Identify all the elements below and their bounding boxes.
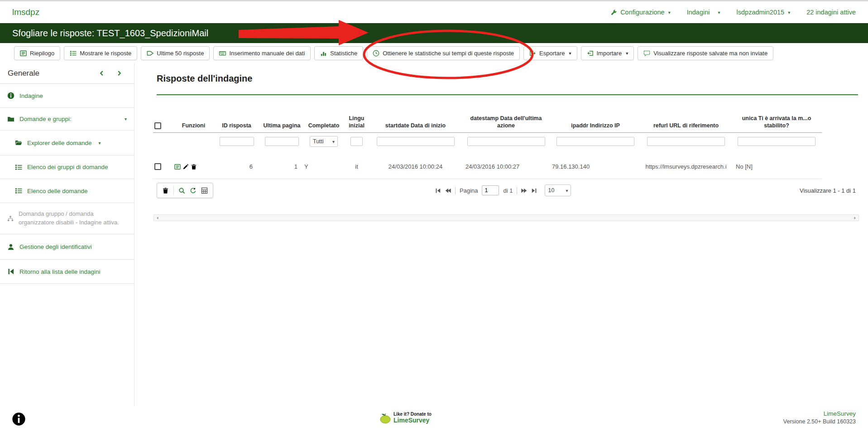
sidebar-item-elenco-gruppi[interactable]: Elenco dei gruppi di domande — [0, 155, 134, 179]
row-cell-funzioni — [174, 150, 213, 179]
sidebar-item-ritorno-lista[interactable]: Ritorno alla lista delle indagini — [0, 260, 134, 284]
header-cell-datestamp[interactable]: datestamp Data dell'ultima azione — [462, 108, 550, 133]
version-build-label: Versione 2.50+ Build 160323 — [783, 418, 856, 425]
delete-trash-icon[interactable] — [191, 164, 197, 170]
filter-refurl-input[interactable] — [647, 137, 725, 146]
risposte-salvate-button[interactable]: Visualizzare risposte salvate ma non inv… — [638, 46, 773, 60]
header-cell-ipaddr[interactable]: ipaddr Indirizzo IP — [550, 108, 641, 133]
header-cell-ultima-pagina[interactable]: Ultima pagina — [260, 108, 303, 133]
title-divider — [157, 94, 858, 95]
statistiche-tempi-button[interactable]: Ottienere le statistiche sui tempi di qu… — [367, 46, 520, 60]
summary-list-alt-icon — [20, 50, 27, 57]
filter-startdate-input[interactable] — [377, 137, 455, 146]
sidebar-item-explorer-domande[interactable]: Explorer delle domande ▾ — [0, 131, 134, 155]
esportare-button[interactable]: Esportare ▾ — [523, 46, 577, 60]
mostrare-risposte-button[interactable]: Mostrare le risposte — [64, 46, 137, 60]
tag-icon — [147, 50, 153, 57]
filter-completato-select[interactable]: Tutti ▾ — [310, 136, 338, 147]
column-header-label: ID risposta — [222, 122, 251, 129]
caret-down-icon: ▾ — [626, 51, 628, 56]
riepilogo-button[interactable]: Riepilogo — [14, 46, 60, 60]
row-ultima-value: 1 — [294, 163, 297, 170]
chevron-left-icon[interactable] — [98, 70, 105, 77]
refresh-icon[interactable] — [190, 187, 197, 194]
menu-configurazione[interactable]: Configurazione ▾ — [611, 9, 671, 16]
row-cell-lingua: it — [344, 150, 369, 179]
active-surveys-link[interactable]: 22 indagini attive — [806, 9, 856, 16]
import-icon — [587, 50, 594, 57]
header-cell-id[interactable]: ID risposta — [213, 108, 260, 133]
row-id-value: 6 — [249, 163, 253, 170]
survey-title-bar: Sfogliare le risposte: TEST_1603_Spedizi… — [0, 23, 868, 43]
header-cell-completato[interactable]: Completato — [303, 108, 344, 133]
filter-lingua-input[interactable] — [350, 137, 363, 146]
sidebar-item-label: Gestione degli identificativi — [19, 243, 92, 250]
filter-ipaddr-input[interactable] — [556, 137, 634, 146]
row-cell-ultima: 1 — [260, 150, 303, 179]
column-header-label: refurl URL di riferimento — [653, 122, 719, 129]
sidebar-item-domande-gruppi[interactable]: Domande e gruppi: ▾ — [0, 108, 134, 131]
search-icon[interactable] — [178, 187, 185, 194]
filter-unica-input[interactable] — [738, 137, 815, 146]
ultime-50-button[interactable]: Ultime 50 risposte — [141, 46, 210, 60]
importare-label: Importare — [597, 50, 622, 57]
grid-columns-icon[interactable] — [201, 187, 208, 194]
select-all-checkbox[interactable] — [154, 122, 161, 129]
comment-icon — [643, 50, 650, 57]
column-header-label: Ultima pagina — [264, 122, 301, 129]
rows-per-page-select[interactable]: 10 ▾ — [545, 184, 571, 196]
header-cell-lingua[interactable]: Lingu inizial — [344, 108, 369, 133]
row-unica-value: No [N] — [736, 163, 753, 170]
row-checkbox[interactable] — [154, 163, 161, 170]
first-page-icon[interactable] — [435, 188, 441, 194]
header-cell-funzioni[interactable]: Funzioni — [174, 108, 213, 133]
edit-pencil-icon[interactable] — [182, 164, 189, 170]
menu-indagini[interactable]: Indagini ▾ — [687, 9, 720, 16]
limesurvey-brand-link[interactable]: LimeSurvey — [783, 410, 856, 417]
filter-cell-datestamp — [462, 133, 550, 150]
statistiche-button[interactable]: Statistiche — [314, 46, 363, 60]
sidebar-item-indagine[interactable]: Indagine — [0, 84, 134, 108]
folder-open-icon — [15, 139, 22, 146]
next-page-icon[interactable] — [521, 188, 527, 194]
column-header-label: Lingu inizial — [344, 115, 369, 130]
row-cell-datestamp: 24/03/2016 10:00:27 — [462, 150, 550, 179]
previous-page-icon[interactable] — [445, 188, 451, 194]
filter-ultima-pagina-input[interactable] — [265, 137, 299, 146]
filter-cell-id — [213, 133, 260, 150]
info-bubble-icon[interactable] — [12, 412, 26, 426]
response-toolbar: Riepilogo Mostrare le risposte Ultime 50… — [0, 43, 868, 63]
user-icon — [7, 243, 14, 251]
sidebar-item-gestione-identificativi[interactable]: Gestione degli identificativi — [0, 234, 134, 260]
page-number-input[interactable] — [482, 185, 499, 195]
importare-button[interactable]: Importare ▾ — [581, 46, 634, 60]
last-page-icon[interactable] — [531, 188, 537, 194]
delete-selected-trash-icon[interactable] — [162, 187, 169, 194]
responses-table: Funzioni ID risposta Ultima pagina Compl… — [153, 108, 822, 179]
caret-down-icon: ▾ — [125, 116, 127, 121]
header-cell-refurl[interactable]: refurl URL di riferimento — [641, 108, 731, 133]
view-response-icon[interactable] — [174, 164, 181, 170]
filter-datestamp-input[interactable] — [467, 137, 545, 146]
menu-user[interactable]: lsdpzadmin2015 ▾ — [737, 9, 791, 16]
donate-link[interactable]: Like it? Donate to LimeSurvey — [379, 412, 432, 424]
app-logo[interactable]: lmsdpz — [12, 7, 39, 17]
row-completato-value: Y — [304, 163, 308, 170]
scroll-right-icon[interactable] — [853, 216, 857, 220]
header-cell-startdate[interactable]: startdate Data di inizio — [369, 108, 462, 133]
row-cell-startdate: 24/03/2016 10:00:24 — [369, 150, 462, 179]
bar-chart-icon — [320, 50, 327, 57]
filter-cell-lingua — [344, 133, 369, 150]
scroll-left-icon[interactable] — [156, 216, 159, 220]
horizontal-scrollbar[interactable] — [153, 214, 859, 221]
active-surveys-label: 22 indagini attive — [806, 9, 856, 16]
header-cell-unica[interactable]: unica Ti è arrivata la m...o stabilito? — [731, 108, 822, 133]
caret-down-icon: ▾ — [788, 10, 790, 15]
inserimento-manuale-button[interactable]: Inserimento manuale dei dati — [213, 46, 311, 60]
chevron-right-icon[interactable] — [116, 70, 123, 77]
limesurvey-lemon-icon — [379, 412, 391, 424]
sidebar-item-elenco-domande[interactable]: Elenco delle domande — [0, 179, 134, 203]
page-title: Risposte dell'indagine — [157, 73, 252, 84]
filter-id-input[interactable] — [220, 137, 254, 146]
sidebar-header: Generale — [0, 63, 134, 84]
